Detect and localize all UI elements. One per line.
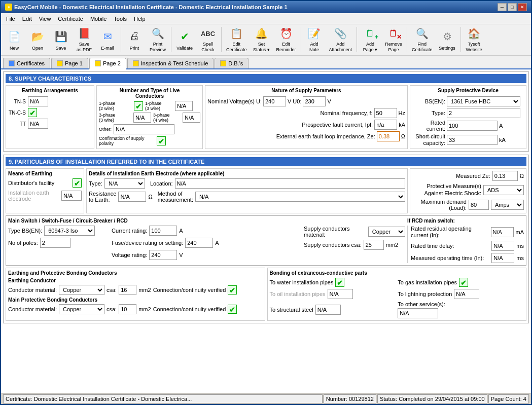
supply-cond-select[interactable]: Copper: [368, 227, 405, 237]
validate-button[interactable]: ✔ Validate: [173, 25, 196, 54]
menu-help[interactable]: Help: [131, 15, 149, 23]
rated-label: Rated current:: [412, 120, 445, 132]
max-demand-value[interactable]: [469, 200, 489, 210]
nominal-u-value[interactable]: [263, 96, 286, 106]
tns-value[interactable]: [28, 96, 48, 106]
rcd-time-value[interactable]: [491, 241, 514, 251]
other-value[interactable]: [114, 124, 174, 134]
status-completed: Status: Completed on 29/04/2015 at 09:00: [377, 394, 487, 403]
edit-certificate-button[interactable]: 📋 EditCertificate: [224, 25, 250, 54]
save-button[interactable]: 💾 Save: [50, 25, 72, 54]
ms-type-select[interactable]: 60947-3 Iso: [44, 226, 95, 236]
ms-fuse-value[interactable]: [185, 238, 213, 248]
elec-loc-label: Location:: [150, 180, 173, 187]
bonding-conductors: Earthing and Protective Bonding Conducto…: [6, 268, 265, 321]
prosp-value[interactable]: [374, 120, 397, 130]
ms-voltage-value[interactable]: [149, 250, 177, 260]
tab-page1[interactable]: Page 1: [51, 58, 88, 68]
elec-method-label: Method ofmeasurement:: [158, 191, 193, 203]
tncs-check: ✔: [28, 108, 37, 117]
rcd-residual-value[interactable]: [491, 227, 514, 237]
app-icon: ✦: [5, 4, 12, 11]
other-services-value[interactable]: [398, 308, 438, 318]
add-attachment-button[interactable]: 📎 AddAttachment: [327, 25, 355, 54]
ms-current-label: Current rating:: [112, 228, 147, 234]
tt-value[interactable]: [28, 119, 48, 129]
add-page-button[interactable]: 🗒 + AddPage ▾: [359, 25, 381, 54]
ec-csa-value[interactable]: [119, 285, 136, 295]
print-button[interactable]: 🖨 Print: [123, 25, 146, 54]
installation-value[interactable]: [61, 191, 82, 201]
tab-inspection[interactable]: Inspection & Test Schedule: [127, 58, 214, 68]
maximize-button[interactable]: □: [508, 3, 517, 11]
addpage-label: AddPage ▾: [363, 42, 378, 53]
structural-value[interactable]: [315, 305, 341, 315]
rcd-measured-value[interactable]: [491, 253, 514, 263]
elec-loc-value[interactable]: [175, 178, 405, 189]
rcd-measured-unit: ms: [516, 255, 524, 261]
ms-current-value[interactable]: [149, 226, 177, 236]
tab-dbs[interactable]: D.B.'s: [215, 58, 249, 68]
ze-unit: Ω: [401, 133, 405, 139]
menu-tools[interactable]: Tools: [111, 15, 130, 23]
print-preview-button[interactable]: 🔍 PrintPreview: [147, 25, 169, 54]
editcert-label: EditCertificate: [226, 42, 247, 53]
open-button[interactable]: 📂 Open: [26, 25, 49, 54]
rcd-title: If RCD main switch:: [407, 218, 524, 226]
tysoft-website-button[interactable]: 🏠 TysoftWebsite: [463, 25, 485, 54]
settings-button[interactable]: ⚙ Settings: [436, 25, 458, 54]
ms-poles-label: No of poles:: [8, 240, 38, 246]
remove-page-button[interactable]: 🗒 ✕ RemovePage: [382, 25, 405, 54]
menu-view[interactable]: View: [36, 15, 54, 23]
measured-ze-value[interactable]: [492, 171, 518, 181]
oil-value[interactable]: [328, 289, 353, 299]
rated-value[interactable]: [447, 121, 498, 131]
bs-select[interactable]: 1361 Fuse HBC: [447, 96, 520, 106]
short-value[interactable]: [447, 135, 498, 145]
ms-voltage-unit: V: [179, 252, 183, 258]
minimize-button[interactable]: ─: [498, 3, 507, 11]
mpbc-csa-value[interactable]: [119, 304, 136, 314]
mpbc-material-select[interactable]: Copper: [59, 304, 104, 314]
phase13w-value[interactable]: [175, 101, 193, 111]
live-conductors: Number and Type of LiveConductors 1-phas…: [96, 85, 203, 149]
close-button[interactable]: ✕: [518, 3, 527, 11]
ms-poles-value[interactable]: [40, 238, 70, 248]
menu-certificate[interactable]: Certificate: [55, 15, 86, 23]
add-note-button[interactable]: 📝 AddNote: [303, 25, 326, 54]
spell-check-button[interactable]: ABC SpellCheck: [197, 25, 219, 54]
new-label: New: [10, 46, 19, 51]
menu-edit[interactable]: Edit: [19, 15, 35, 23]
protective-select[interactable]: ADS: [483, 185, 524, 195]
save-as-pdf-button[interactable]: 📕 Saveas PDF: [73, 25, 95, 54]
distributors-check: ✔: [73, 178, 82, 188]
polarity-label: Confirmation of supply polarity: [99, 136, 155, 146]
nominal-u0-value[interactable]: [303, 96, 326, 106]
ze-value[interactable]: [377, 131, 400, 141]
type-value[interactable]: [447, 108, 520, 118]
set-status-button[interactable]: 🔔 SetStatus ▾: [251, 25, 273, 54]
elec-type-select[interactable]: N/A: [104, 178, 145, 189]
elec-resist-value[interactable]: [118, 192, 146, 202]
lightning-value[interactable]: [454, 289, 479, 299]
water-label: To water installation pipes: [270, 279, 334, 285]
rated-unit: A: [499, 123, 503, 129]
phase33w-value[interactable]: [133, 113, 151, 123]
find-certificate-button[interactable]: 🔍 FindCertificate: [409, 25, 435, 54]
tab-page2[interactable]: Page 2: [89, 58, 126, 69]
menu-file[interactable]: File: [3, 15, 18, 23]
supply-csa-value[interactable]: [364, 240, 384, 250]
tab-certificates[interactable]: Certificates: [3, 58, 50, 68]
email-button[interactable]: ✉ E-mail: [96, 25, 119, 54]
edit-reminder-button[interactable]: ⏰ EditReminder: [274, 25, 299, 54]
phase34w-value[interactable]: [183, 113, 200, 123]
elec-method-select[interactable]: N/A: [195, 192, 405, 202]
print-icon: 🖨: [126, 28, 143, 45]
max-demand-unit-select[interactable]: Amps: [491, 200, 524, 210]
bonding-section: Earthing and Protective Bonding Conducto…: [6, 268, 526, 321]
new-button[interactable]: 📄 New: [3, 25, 25, 54]
ec-material-select[interactable]: Copper: [59, 285, 104, 295]
menu-mobile[interactable]: Mobile: [87, 15, 110, 23]
addpage-icon: 🗒 +: [362, 26, 378, 41]
freq-value[interactable]: [374, 108, 397, 118]
